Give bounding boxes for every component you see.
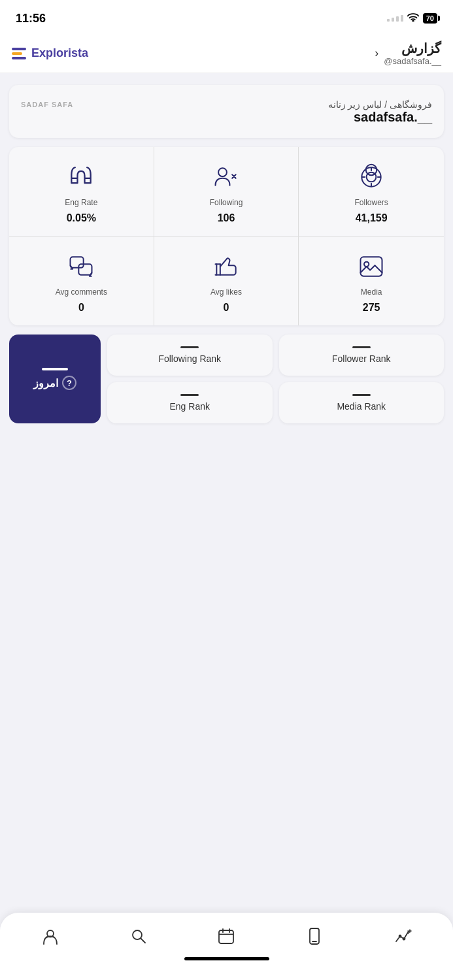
avg-comments-value: 0 (78, 302, 84, 314)
svg-point-17 (364, 262, 369, 267)
home-indicator (184, 957, 269, 960)
svg-point-0 (412, 20, 414, 22)
followers-value: 41,159 (356, 212, 388, 224)
profile-name-badge: SADAF SAFA (21, 101, 73, 108)
stats-cell-likes: Avg likes 0 (154, 237, 299, 325)
report-title: گزارش (384, 41, 441, 56)
avg-likes-label: Avg likes (210, 287, 242, 297)
following-label: Following (210, 198, 243, 207)
phone-icon (305, 927, 324, 945)
stats-cell-eng-rate: Eng Rate 0.05% (9, 147, 154, 237)
media-label: Media (361, 287, 382, 297)
nav-calendar[interactable] (209, 923, 243, 949)
chevron-right-icon: › (375, 46, 378, 60)
nav-search[interactable] (122, 923, 156, 949)
nav-right[interactable]: › گزارش @sadafsafa.__ (375, 41, 441, 66)
logo-icon (12, 48, 26, 59)
media-rank-dash (352, 394, 371, 396)
eng-rate-value: 0.05% (67, 212, 96, 224)
stats-cell-comments: Avg comments 0 (9, 237, 154, 325)
bottom-nav-items (7, 923, 446, 949)
follower-rank-dash (352, 346, 371, 348)
rank-section: امروز ? Following Rank Follower Rank Eng… (9, 335, 444, 423)
calendar-icon (217, 927, 235, 945)
today-label: امروز (33, 377, 58, 389)
svg-point-28 (403, 938, 405, 940)
signal-icon (387, 15, 403, 22)
person-icon (41, 927, 59, 945)
svg-rect-16 (361, 257, 382, 276)
media-icon (356, 251, 387, 282)
follower-rank-card: Follower Rank (279, 335, 445, 376)
status-icons: 70 (387, 12, 437, 24)
following-rank-label: Following Rank (158, 353, 221, 364)
eng-rank-card: Eng Rank (107, 382, 273, 423)
following-rank-card: Following Rank (107, 335, 273, 376)
profile-label-row: فروشگاهی / لباس زیر زنانه SADAF SAFA (21, 99, 432, 110)
nav-analytics[interactable] (386, 923, 420, 949)
nav-phone[interactable] (297, 923, 331, 949)
search-icon (129, 927, 148, 945)
status-time: 11:56 (16, 12, 46, 25)
profile-username: sadafsafa.__ (21, 110, 432, 125)
media-rank-label: Media Rank (337, 401, 386, 412)
today-card: امروز ? (9, 335, 101, 423)
likes-icon (210, 251, 242, 282)
following-value: 106 (218, 212, 235, 224)
svg-line-20 (141, 938, 145, 943)
top-nav: Explorista › گزارش @sadafsafa.__ (0, 34, 453, 73)
stats-grid: Eng Rate 0.05% Following 106 (9, 147, 444, 325)
avg-likes-value: 0 (224, 302, 229, 314)
magnet-icon (65, 161, 97, 193)
wifi-icon (407, 12, 419, 24)
svg-point-3 (218, 168, 227, 176)
logo-text: Explorista (31, 46, 88, 60)
today-bottom: امروز ? (33, 376, 76, 390)
report-username: @sadafsafa.__ (384, 56, 441, 66)
media-value: 275 (363, 302, 380, 314)
status-bar: 11:56 70 (0, 0, 453, 34)
followers-label: Followers (354, 198, 388, 207)
nav-profile[interactable] (33, 923, 67, 949)
eng-rate-label: Eng Rate (65, 198, 97, 207)
stats-card: Eng Rate 0.05% Following 106 (9, 147, 444, 325)
eng-rank-dash (180, 394, 199, 396)
following-rank-dash (180, 346, 199, 348)
svg-point-27 (399, 936, 401, 938)
battery-icon: 70 (423, 13, 437, 24)
followers-icon (356, 161, 387, 193)
logo[interactable]: Explorista (12, 46, 88, 60)
avg-comments-label: Avg comments (56, 287, 107, 297)
today-dash (42, 368, 68, 370)
eng-rank-label: Eng Rank (170, 401, 210, 412)
svg-rect-21 (219, 930, 233, 943)
svg-rect-12 (79, 264, 92, 275)
media-rank-card: Media Rank (279, 382, 445, 423)
analytics-icon (394, 927, 412, 945)
stats-cell-followers: Followers 41,159 (299, 147, 444, 237)
stats-cell-following: Following 106 (154, 147, 299, 237)
following-icon (210, 161, 242, 193)
main-content: فروشگاهی / لباس زیر زنانه SADAF SAFA sad… (0, 73, 453, 435)
report-block: گزارش @sadafsafa.__ (384, 41, 441, 66)
stats-cell-media: Media 275 (299, 237, 444, 325)
today-question-icon[interactable]: ? (62, 376, 76, 390)
bottom-nav (0, 913, 453, 980)
svg-rect-11 (71, 257, 84, 268)
profile-card: فروشگاهی / لباس زیر زنانه SADAF SAFA sad… (9, 85, 444, 138)
comments-icon (65, 251, 97, 282)
profile-category: فروشگاهی / لباس زیر زنانه (328, 99, 432, 110)
follower-rank-label: Follower Rank (332, 353, 390, 364)
svg-point-6 (367, 172, 377, 182)
